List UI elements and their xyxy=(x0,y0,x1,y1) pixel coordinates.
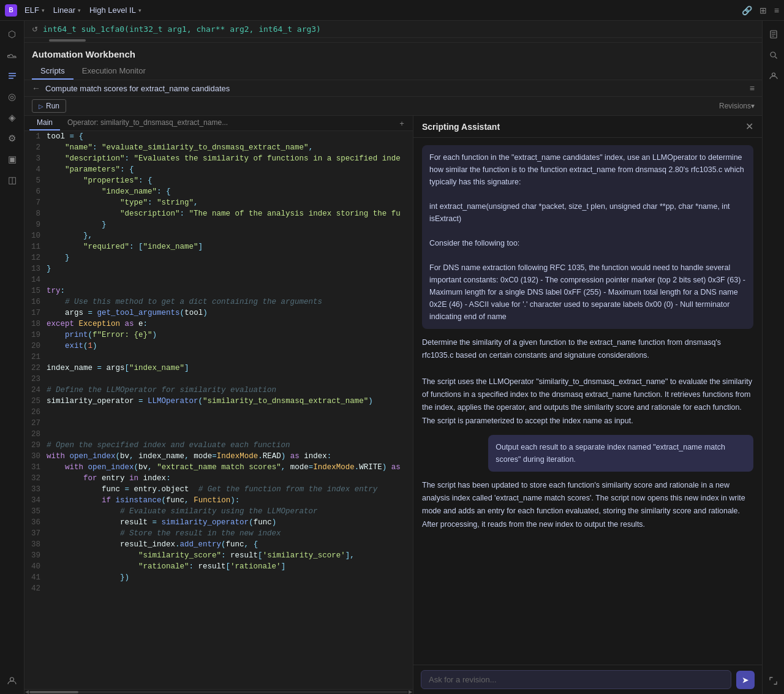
svg-rect-2 xyxy=(9,78,13,79)
editor-tabs: Main Operator: similarity_to_dnsmasq_ext… xyxy=(24,116,413,131)
editor-tab-add-button[interactable]: + xyxy=(396,117,408,129)
code-line: 37 # Store the result in the new index xyxy=(24,528,413,539)
assistant-send-button[interactable]: ➤ xyxy=(736,671,755,689)
code-line: 15try: xyxy=(24,285,413,296)
sidebar-icon-hex[interactable]: ⬡ xyxy=(4,26,21,43)
code-editor-hscroll[interactable]: ◀ ▶ xyxy=(24,689,413,694)
script-toolbar: ▷ Run Revisions▾ xyxy=(24,97,762,116)
code-content: 1tool = { 2 "name": "evaluate_similarity… xyxy=(24,131,413,689)
breadcrumb-back-icon[interactable]: ← xyxy=(32,83,40,93)
left-sidebar: ⬡ ◎ ◈ ⚙ ▣ ◫ xyxy=(0,21,24,694)
code-line: 3 "description": "Evaluates the similari… xyxy=(24,153,413,164)
breadcrumb-menu-icon[interactable]: ≡ xyxy=(750,83,755,93)
code-line: 39 "similarity_score": result['similarit… xyxy=(24,550,413,561)
editor-tab-operator[interactable]: Operator: similarity_to_dnsmasq_extract_… xyxy=(60,116,235,130)
code-line: 4 "parameters": { xyxy=(24,164,413,175)
code-editor: Main Operator: similarity_to_dnsmasq_ext… xyxy=(24,116,413,694)
assistant-header: Scripting Assistant ✕ xyxy=(413,116,762,138)
sidebar-icon-layout[interactable]: ◫ xyxy=(4,172,21,189)
hscroll-left-icon[interactable]: ◀ xyxy=(24,690,29,695)
code-line: 24# Define the LLMOperator for similarit… xyxy=(24,385,413,396)
svg-point-5 xyxy=(771,52,775,57)
sidebar-icon-user[interactable] xyxy=(4,672,21,689)
code-line: 9 } xyxy=(24,219,413,230)
code-line: 16 # Use this method to get a dict conta… xyxy=(24,296,413,307)
code-line: 7 "type": "string", xyxy=(24,197,413,208)
code-line: 21 xyxy=(24,352,413,363)
code-line: 34 if isinstance(func, Function): xyxy=(24,495,413,506)
workbench-tabs: Scripts Execution Monitor xyxy=(24,63,762,80)
right-icon-resize[interactable] xyxy=(765,672,782,689)
assistant-title: Scripting Assistant xyxy=(422,122,745,132)
code-line: 41 }) xyxy=(24,572,413,583)
code-line: 27 xyxy=(24,418,413,429)
sidebar-icon-lines[interactable] xyxy=(4,67,21,85)
revisions-button[interactable]: Revisions▾ xyxy=(719,102,755,110)
hscroll-track[interactable] xyxy=(29,691,408,693)
code-line: 18except Exception as e: xyxy=(24,319,413,330)
highlevel-chevron: ▾ xyxy=(138,7,141,13)
link-icon[interactable]: 🔗 xyxy=(742,6,752,15)
assistant-messages: For each function in the "extract_name c… xyxy=(413,138,762,665)
elf-dropdown[interactable]: ELF ▾ xyxy=(21,4,48,16)
code-line: 6 "index_name": { xyxy=(24,186,413,197)
code-line: 33 func = entry.object # Get the functio… xyxy=(24,484,413,495)
send-icon: ➤ xyxy=(742,675,749,685)
tab-scripts[interactable]: Scripts xyxy=(32,63,74,80)
sidebar-icon-grid[interactable]: ▣ xyxy=(4,151,21,168)
code-line: 26 xyxy=(24,407,413,418)
assistant-message-2: Determine the similarity of a given func… xyxy=(422,336,753,428)
code-line: 1tool = { xyxy=(24,131,413,142)
sidebar-icon-gear[interactable]: ⚙ xyxy=(4,130,21,147)
assistant-input-area: ➤ xyxy=(413,665,762,694)
grid-icon[interactable]: ⊞ xyxy=(760,6,767,15)
code-line: 30with open_index(bv, index_name, mode=I… xyxy=(24,451,413,462)
sidebar-icons-bottom xyxy=(4,672,21,689)
run-button[interactable]: ▷ Run xyxy=(32,99,66,113)
menu-icon[interactable]: ≡ xyxy=(774,6,779,15)
hscroll-right-icon[interactable]: ▶ xyxy=(408,690,413,695)
hscroll-thumb xyxy=(49,39,86,42)
code-line: 12 } xyxy=(24,252,413,263)
tab-execution-monitor[interactable]: Execution Monitor xyxy=(74,63,154,80)
code-line: 2 "name": "evaluate_similarity_to_dnsmas… xyxy=(24,142,413,153)
function-signature: int64_t sub_1cfa0(int32_t arg1, char** a… xyxy=(43,25,321,34)
code-line: 29# Open the specified index and evaluat… xyxy=(24,440,413,451)
scripting-assistant: Scripting Assistant ✕ For each function … xyxy=(413,116,762,694)
assistant-message-3: The script has been updated to store eac… xyxy=(422,479,753,531)
right-icon-person[interactable] xyxy=(765,67,782,85)
code-line: 40 "rationale": result['rationale'] xyxy=(24,561,413,572)
script-breadcrumb: ← Compute match scores for extract_name … xyxy=(24,80,762,97)
code-line: 19 print(f"Error: {e}") xyxy=(24,330,413,341)
top-bar: B ELF ▾ Linear ▾ High Level IL ▾ 🔗 ⊞ ≡ xyxy=(0,0,784,21)
function-bar-back-icon[interactable]: ↺ xyxy=(32,25,38,34)
code-line: 32 for entry in index: xyxy=(24,473,413,484)
code-line: 17 args = get_tool_arguments(tool) xyxy=(24,307,413,319)
right-sidebar xyxy=(762,21,784,694)
linear-dropdown[interactable]: Linear ▾ xyxy=(50,4,85,16)
sidebar-icon-circle[interactable]: ◎ xyxy=(4,88,21,105)
highlevel-dropdown[interactable]: High Level IL ▾ xyxy=(86,4,145,16)
code-line: 23 xyxy=(24,374,413,385)
right-icon-zoom[interactable] xyxy=(765,47,782,64)
right-sidebar-bottom xyxy=(765,672,782,689)
svg-point-6 xyxy=(772,73,775,76)
elf-label: ELF xyxy=(24,6,39,15)
right-icon-book[interactable] xyxy=(765,26,782,43)
code-line: 10 }, xyxy=(24,230,413,241)
code-line: 22index_name = args["index_name"] xyxy=(24,363,413,374)
horizontal-scroll[interactable] xyxy=(24,38,762,43)
code-line: 11 "required": ["index_name"] xyxy=(24,241,413,252)
svg-point-3 xyxy=(10,677,14,681)
code-line: 36 result = similarity_operator(func) xyxy=(24,517,413,528)
editor-tab-main[interactable]: Main xyxy=(29,116,60,130)
svg-rect-1 xyxy=(9,75,16,77)
assistant-close-button[interactable]: ✕ xyxy=(745,121,753,132)
code-line: 38 result_index.add_entry(func, { xyxy=(24,539,413,550)
sidebar-icon-diamond[interactable]: ◈ xyxy=(4,109,21,126)
code-line: 31 with open_index(bv, "extract_name mat… xyxy=(24,462,413,473)
assistant-input-field[interactable] xyxy=(421,670,731,689)
sidebar-icon-cloud[interactable] xyxy=(4,47,21,64)
linear-chevron: ▾ xyxy=(78,7,81,13)
breadcrumb-text: Compute match scores for extract_name ca… xyxy=(45,84,745,93)
